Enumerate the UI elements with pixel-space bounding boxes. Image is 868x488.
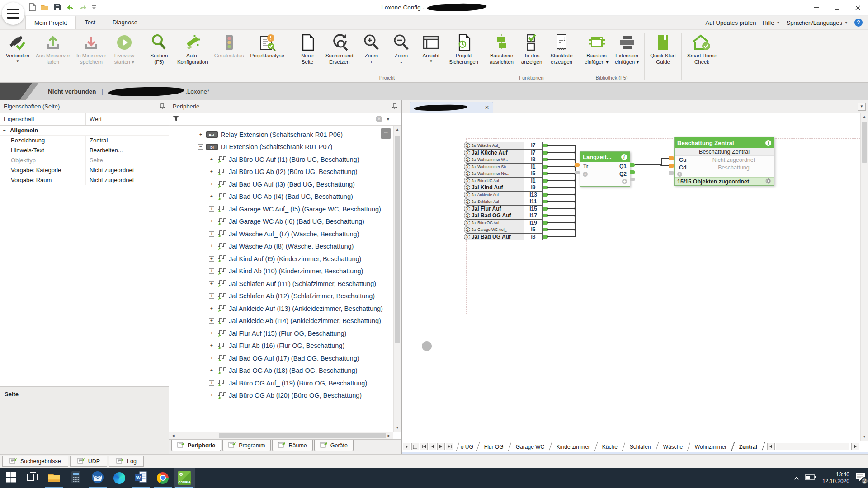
tab-close-icon[interactable]: ✕ — [485, 105, 489, 110]
ribbon-button-to-dos-anzeigen[interactable]: To-dosanzeigen — [517, 32, 547, 75]
expand-icon[interactable]: + — [198, 132, 203, 137]
input-row-jal-bad-ug-auf[interactable]: iJal Bad UG AufI3 — [464, 233, 548, 240]
tree-item-relay-extension-schaltschrank[interactable]: +ReLRelay Extension (Schaltschrank R01 P… — [169, 128, 393, 141]
collapse-icon[interactable]: − — [198, 144, 203, 150]
tree-item-jal-b-ro-ug-ab-i2-b-ro-ug[interactable]: +Jal Büro UG Ab (I2) (Büro UG, Beschattu… — [169, 166, 393, 178]
tree-horizontal-scrollbar[interactable]: ◀ ▶ — [169, 432, 393, 439]
taskbar-app-chrome[interactable] — [152, 468, 174, 488]
open-file-icon[interactable] — [41, 4, 49, 10]
pin-icon[interactable] — [160, 103, 165, 110]
taskbar-clock[interactable]: 13:40 12.10.2020 — [822, 471, 849, 485]
tree-item-jal-flur-ab-i16-flur-og-be[interactable]: +Jal Flur Ab (I16) (Flur OG, Beschattung… — [169, 340, 393, 352]
sheet-tab-scroll-track[interactable] — [776, 443, 849, 450]
shading-cu-connector[interactable] — [669, 156, 674, 160]
expand-icon[interactable]: + — [209, 231, 214, 237]
expand-icon[interactable]: + — [209, 281, 214, 286]
expand-icon[interactable]: + — [209, 157, 214, 162]
ribbon-button-bausteine-ausrichten[interactable]: Bausteineausrichten — [486, 32, 517, 75]
ribbon-button-ansicht[interactable]: Ansicht▼ — [416, 32, 446, 75]
central-shading-block[interactable]: Beschattung Zentral i Beschattung Zentra… — [674, 137, 774, 186]
property-value[interactable]: Bearbeiten... — [86, 147, 169, 154]
tree-filter-input[interactable] — [183, 115, 372, 124]
sheet-tab-garage-wc[interactable]: Garage WC — [508, 442, 552, 451]
taskbar-app-calculator[interactable] — [65, 468, 87, 488]
sheet-tab-flur-og[interactable]: Flur OG — [476, 442, 511, 451]
tree-item-jal-b-ro-og-ab-i20-b-ro-og[interactable]: +Jal Büro OG Ab (I20) (Büro OG, Beschatt… — [169, 389, 393, 402]
info-icon[interactable]: i — [621, 154, 627, 160]
sheet-tab-schlafen[interactable]: Schlafen — [622, 442, 659, 451]
property-row-hinweis-text[interactable]: Hinweis-TextBearbeiten... — [0, 145, 169, 155]
filter-dropdown-icon[interactable]: ▼ — [386, 117, 390, 122]
taskbar-app-thunderbird[interactable] — [87, 468, 108, 488]
tree-item-di-extension-schaltschrank-r0[interactable]: −DIDI Extension (Schaltschrank R01 P07) — [169, 141, 393, 154]
property-row-vorgabe-raum[interactable]: Vorgabe: RaumNicht zugeordnet — [0, 175, 169, 185]
input-row-jal-kind-auf[interactable]: iJal Kind AufI9 — [464, 184, 548, 191]
scroll-right-icon[interactable]: ▶ — [385, 432, 393, 439]
ribbon-button-liveview-starten[interactable]: Liveviewstarten ▾ — [109, 32, 139, 75]
last-sheet-icon[interactable] — [446, 443, 453, 450]
scroll-up-icon[interactable]: ▲ — [394, 126, 401, 133]
expand-icon[interactable]: + — [209, 244, 214, 249]
scrollbar-thumb[interactable] — [219, 433, 386, 438]
dock-tab-peripherie[interactable]: Peripherie — [171, 440, 221, 451]
property-group-allgemein[interactable]: −Allgemein — [0, 126, 169, 136]
dock-tab-log[interactable]: Log — [109, 456, 144, 467]
menubar-item-auf-updates-pr-fen[interactable]: Auf Updates prüfen — [706, 19, 756, 26]
add-port-icon[interactable]: + — [677, 172, 682, 177]
close-button[interactable] — [847, 0, 868, 15]
expand-icon[interactable]: + — [209, 318, 214, 324]
new-file-icon[interactable] — [29, 3, 36, 11]
scrollbar-thumb[interactable] — [862, 122, 867, 163]
expand-icon[interactable]: + — [209, 368, 214, 373]
maximize-button[interactable] — [826, 0, 847, 15]
tree-item-jal-flur-auf-i15-flur-og-b[interactable]: +Jal Flur Auf (I15) (Flur OG, Beschattun… — [169, 327, 393, 340]
property-row-bezeichnung[interactable]: BezeichnungZentral — [0, 136, 169, 145]
input-row-jal-w-sche-auf[interactable]: iJal Wäsche Auf_I7 — [464, 142, 548, 149]
expand-icon[interactable]: + — [209, 219, 214, 224]
customize-quick-access-icon[interactable] — [92, 5, 96, 9]
menu-tab-diagnose[interactable]: Diagnose — [104, 16, 146, 29]
ribbon-button-projektanalyse[interactable]: Projektanalyse — [247, 32, 288, 75]
tree-item-jal-w-sche-auf-i7-w-sche[interactable]: +Jal Wäsche Auf_ (I7) (Wäsche, Beschattu… — [169, 228, 393, 240]
expand-icon[interactable]: + — [209, 293, 214, 299]
tree-item-jal-schlafen-auf-i11-schlaf[interactable]: +Jal Schlafen Auf (I11) (Schlafzimmer, B… — [169, 277, 393, 290]
expand-icon[interactable]: + — [209, 306, 214, 311]
expand-icon[interactable]: + — [209, 380, 214, 386]
tab-scroll-left-icon[interactable] — [767, 443, 775, 450]
ribbon-button-suchen-und-ersetzen[interactable]: Suchen undErsetzen — [322, 32, 356, 75]
input-row-jal-schlafen-auf[interactable]: iJal Schlafen AufI11 — [464, 198, 548, 205]
input-row-jal-wohnzimmer-s[interactable]: iJal Wohnzimmer Sü...I1 — [464, 163, 548, 170]
tree-item-jal-schlafen-ab-i12-schlafz[interactable]: +Jal Schlafen Ab (I12) (Schlafzimmer, Be… — [169, 290, 393, 303]
tree-item-jal-bad-ug-ab-i4-bad-ug-be[interactable]: +Jal Bad UG Ab (I4) (Bad UG, Beschattung… — [169, 191, 393, 203]
input-row-jal-b-ro-og-auf[interactable]: iJal Büro OG Auf_I19 — [464, 219, 548, 226]
tree-item-jal-garage-wc-auf-i5-garag[interactable]: +Jal Garage WC Auf_ (I5) (Garage WC, Bes… — [169, 203, 393, 216]
scroll-up-icon[interactable]: ▲ — [861, 113, 868, 121]
ribbon-button-ger-testatus[interactable]: Gerätestatus — [211, 32, 247, 75]
dock-tab-programm[interactable]: Programm — [222, 440, 271, 451]
input-row-jal-bad-og-auf[interactable]: iJal Bad OG AufI17 — [464, 212, 548, 219]
battery-icon[interactable] — [805, 474, 816, 481]
add-output-icon[interactable]: + — [622, 179, 627, 184]
tab-scroll-right-icon[interactable] — [851, 443, 859, 450]
expand-icon[interactable]: + — [209, 169, 214, 174]
ribbon-button-verbinden[interactable]: Verbinden▼ — [3, 32, 33, 75]
filter-clear-icon[interactable]: ✕ — [376, 116, 382, 122]
ribbon-button-neue-seite[interactable]: NeueSeite — [292, 32, 322, 75]
property-row-vorgabe-kategorie[interactable]: Vorgabe: KategorieNicht zugeordnet — [0, 165, 169, 175]
input-row-jal-wohnzimmer-w[interactable]: iJal Wohnzimmer W...I3 — [464, 156, 548, 163]
menubar-item-sprachen-languages[interactable]: Sprachen/Languages▼ — [786, 19, 848, 26]
taskbar-app-start[interactable] — [0, 468, 22, 488]
tree-item-jal-garage-wc-ab-i6-bad-ug[interactable]: +Jal Garage WC Ab (I6) (Bad UG, Beschatt… — [169, 216, 393, 228]
ribbon-button-suchen-f5[interactable]: Suchen(F5) — [144, 32, 174, 75]
expand-icon[interactable]: + — [209, 343, 214, 348]
minimize-button[interactable] — [806, 0, 826, 15]
expand-icon[interactable]: + — [209, 356, 214, 361]
previous-sheet-icon[interactable] — [429, 443, 436, 450]
scrollbar-thumb[interactable] — [395, 136, 400, 343]
property-value[interactable]: Nicht zugeordnet — [86, 177, 169, 183]
notification-center-icon[interactable]: 2 — [855, 473, 865, 483]
canvas-tab-list-icon[interactable]: ▼ — [858, 103, 866, 111]
input-row-jal-k-che-auf[interactable]: iJal Küche AufI7 — [464, 149, 548, 156]
hamburger-menu-button[interactable] — [2, 2, 24, 25]
sheet-tab-k-che[interactable]: Küche — [594, 442, 626, 451]
